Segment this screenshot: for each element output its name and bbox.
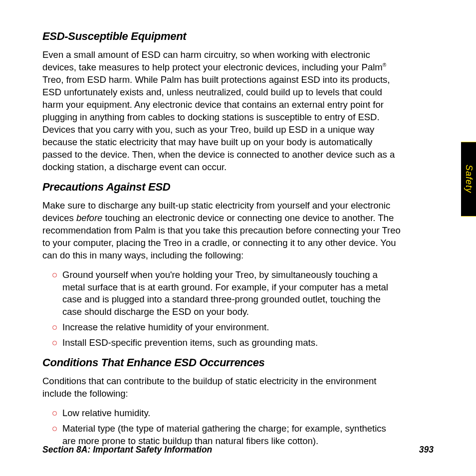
list-precautions: Ground yourself when you're holding your…: [52, 269, 402, 350]
list-item: Install ESD-specific prevention items, s…: [52, 337, 402, 349]
paragraph-esd-equipment: Even a small amount of ESD can harm circ…: [42, 49, 402, 174]
heading-conditions: Conditions That Enhance ESD Occurrences: [42, 356, 402, 369]
paragraph-conditions: Conditions that can contribute to the bu…: [42, 375, 402, 400]
list-item: Increase the relative humidity of your e…: [52, 321, 402, 334]
section-tab-safety: Safety: [461, 142, 476, 217]
list-item: Ground yourself when you're holding your…: [52, 269, 402, 319]
footer-page-number: 393: [419, 445, 434, 455]
list-item: Material type (the type of material gath…: [52, 423, 402, 448]
list-conditions: Low relative humidity. Material type (th…: [52, 407, 402, 448]
page-content: ESD-Susceptible Equipment Even a small a…: [0, 0, 444, 476]
heading-precautions: Precautions Against ESD: [42, 181, 402, 194]
page-footer: Section 8A: Important Safety Information…: [42, 445, 434, 455]
list-item: Low relative humidity.: [52, 407, 402, 420]
footer-section-label: Section 8A: Important Safety Information: [42, 445, 212, 455]
heading-esd-equipment: ESD-Susceptible Equipment: [42, 30, 402, 43]
section-tab-label: Safety: [464, 165, 474, 193]
paragraph-precautions: Make sure to discharge any built-up stat…: [42, 200, 402, 262]
